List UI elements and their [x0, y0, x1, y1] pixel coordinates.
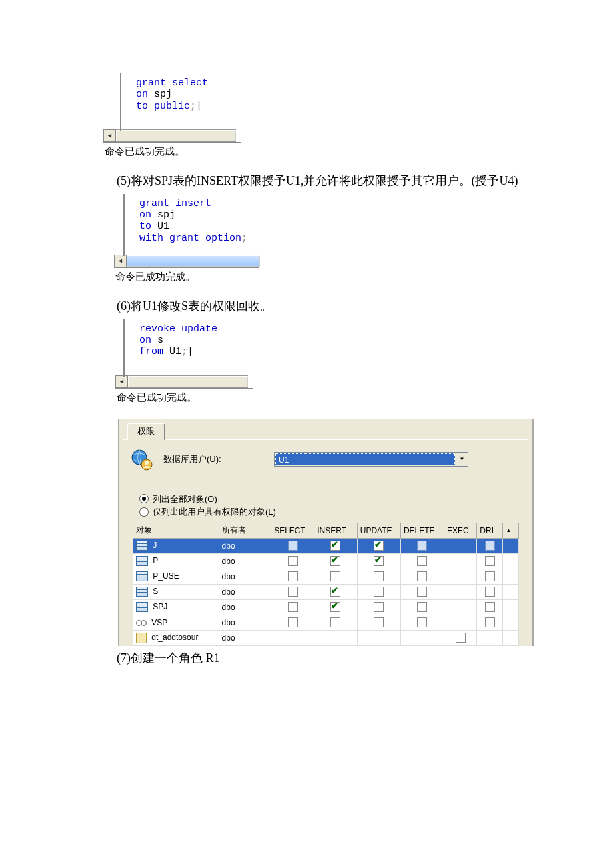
col-delete[interactable]: DELETE — [400, 523, 444, 538]
scroll-up-icon[interactable]: ▲ — [503, 523, 519, 538]
col-dri[interactable]: DRI — [477, 523, 503, 538]
checkbox[interactable] — [485, 617, 495, 627]
instruction-7: (7)创建一个角色 R1 — [117, 650, 546, 666]
radio-list-all-label: 列出全部对象(O) — [153, 493, 217, 506]
checkbox[interactable] — [330, 617, 340, 627]
col-owner[interactable]: 所有者 — [219, 523, 271, 538]
checkbox[interactable] — [485, 602, 495, 612]
table-row[interactable]: Jdbo — [133, 538, 519, 553]
checkbox[interactable] — [417, 556, 427, 566]
checkbox[interactable] — [417, 587, 427, 597]
table-row[interactable]: Sdbo — [133, 584, 519, 599]
hscroll-1[interactable]: ◄ — [103, 129, 546, 142]
status-msg-3: 命令已成功完成。 — [115, 388, 253, 405]
hscroll-3[interactable]: ◄ — [115, 375, 546, 388]
radio-list-owned-label: 仅列出此用户具有权限的对象(L) — [153, 505, 276, 519]
table-icon — [136, 587, 148, 597]
db-user-combobox[interactable]: U1 ▼ — [274, 452, 468, 467]
scroll-left-icon[interactable]: ◄ — [103, 129, 116, 142]
svg-point-2 — [145, 461, 149, 465]
col-update[interactable]: UPDATE — [357, 523, 400, 538]
chevron-down-icon[interactable]: ▼ — [456, 453, 468, 466]
tab-permissions[interactable]: 权限 — [127, 423, 165, 440]
table-icon — [136, 602, 148, 612]
vscroll-track[interactable] — [503, 599, 519, 615]
col-exec[interactable]: EXEC — [444, 523, 476, 538]
radio-list-owned[interactable] — [139, 507, 149, 517]
checkbox[interactable] — [288, 617, 298, 627]
checkbox[interactable] — [417, 617, 427, 627]
sql-block-1: grant select on spj to public;| — [120, 73, 546, 131]
list-mode-radios: 列出全部对象(O) 仅列出此用户具有权限的对象(L) — [139, 493, 522, 519]
status-msg-2: 命令已成功完成。 — [114, 267, 259, 285]
col-insert[interactable]: INSERT — [314, 523, 358, 538]
vscroll-track[interactable] — [503, 553, 519, 569]
checkbox[interactable] — [417, 541, 427, 551]
vscroll-track[interactable] — [503, 615, 519, 630]
scroll-track-active[interactable] — [127, 255, 260, 267]
checkbox[interactable] — [330, 571, 340, 581]
checkbox[interactable] — [485, 587, 495, 597]
table-row[interactable]: VSPdbo — [133, 615, 519, 630]
checkbox[interactable] — [288, 587, 298, 597]
checkbox[interactable] — [417, 602, 427, 612]
checkbox[interactable] — [456, 633, 466, 643]
checkbox-checked[interactable] — [374, 541, 384, 551]
scroll-left-icon[interactable]: ◄ — [115, 375, 128, 388]
scroll-left-icon[interactable]: ◄ — [114, 255, 127, 267]
checkbox-checked[interactable] — [374, 556, 384, 566]
radio-list-all[interactable] — [139, 494, 149, 503]
scroll-track[interactable] — [128, 375, 248, 388]
table-icon — [136, 556, 148, 566]
checkbox[interactable] — [288, 602, 298, 612]
checkbox[interactable] — [288, 556, 298, 566]
kw-to: to — [136, 101, 148, 112]
permissions-panel: 权限 数据库用户(U): U1 ▼ — [118, 419, 534, 646]
checkbox[interactable] — [485, 541, 495, 551]
checkbox-checked[interactable] — [330, 587, 340, 597]
db-user-icon — [130, 448, 153, 471]
kw-on: on — [136, 89, 148, 100]
vscroll-track[interactable] — [503, 584, 519, 599]
checkbox[interactable] — [374, 617, 384, 627]
col-object[interactable]: 对象 — [133, 523, 219, 538]
checkbox[interactable] — [374, 571, 384, 581]
checkbox[interactable] — [374, 587, 384, 597]
semicolon: ; — [190, 101, 196, 112]
kw-grant: grant — [136, 77, 166, 89]
table-row[interactable]: P_USEdbo — [133, 569, 519, 584]
table-row[interactable]: Pdbo — [133, 553, 519, 569]
table-icon — [136, 571, 148, 581]
vscroll-track[interactable] — [503, 630, 519, 645]
checkbox[interactable] — [417, 571, 427, 581]
checkbox[interactable] — [288, 541, 298, 551]
checkbox[interactable] — [288, 571, 298, 581]
instruction-6: (6)将U1修改S表的权限回收。 — [117, 298, 546, 314]
view-icon — [136, 619, 147, 627]
vscroll-track[interactable] — [503, 569, 519, 584]
id-spj: spj — [154, 89, 172, 100]
checkbox-checked[interactable] — [330, 556, 340, 566]
instruction-5: (5)将对SPJ表的INSERT权限授予U1,并允许将此权限授予其它用户。(授予… — [117, 173, 546, 189]
db-user-value[interactable]: U1 — [275, 453, 455, 465]
checkbox-checked[interactable] — [330, 541, 340, 551]
checkbox[interactable] — [374, 602, 384, 612]
sql-block-3: revoke update on s from U1;| — [123, 319, 546, 377]
checkbox[interactable] — [485, 571, 495, 581]
table-row[interactable]: SPJdbo — [133, 599, 519, 615]
kw-public: public — [154, 101, 190, 112]
sql-block-2: grant insert on spj to U1 with grant opt… — [123, 194, 546, 256]
table-row[interactable]: dt_addtosourdbo — [133, 630, 519, 645]
status-msg-1: 命令已成功完成。 — [103, 142, 241, 159]
col-select[interactable]: SELECT — [271, 523, 314, 538]
hscroll-2[interactable]: ◄ — [114, 255, 546, 267]
checkbox-checked[interactable] — [330, 602, 340, 612]
kw-select: select — [172, 77, 208, 89]
proc-icon — [136, 633, 147, 643]
scroll-track[interactable] — [116, 129, 236, 142]
db-user-label: 数据库用户(U): — [163, 453, 263, 465]
vscroll-track[interactable] — [503, 538, 519, 553]
table-icon — [136, 541, 148, 551]
permissions-table: 对象 所有者 SELECT INSERT UPDATE DELETE EXEC … — [133, 523, 519, 646]
checkbox[interactable] — [485, 556, 495, 566]
